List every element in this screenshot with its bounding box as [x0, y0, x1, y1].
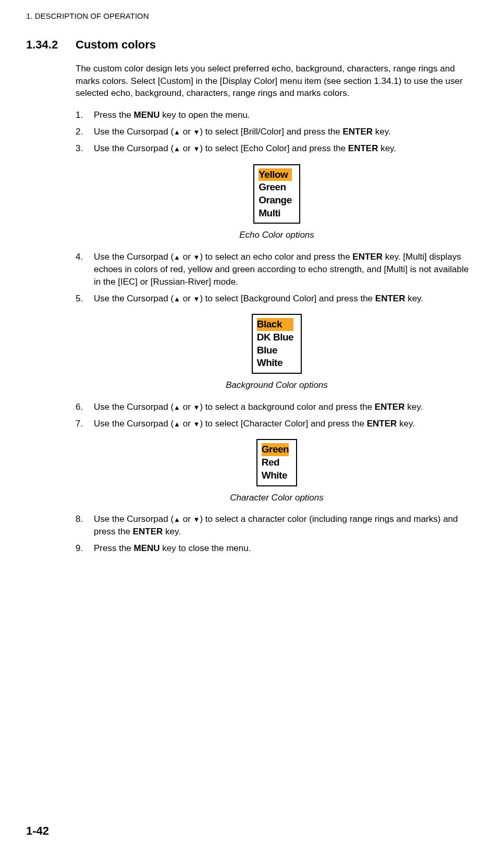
text-frag: key.: [163, 527, 181, 536]
text-frag: Use the Cursorpad (: [94, 252, 174, 262]
arrow-down-icon: [193, 419, 200, 429]
step-text: Press the MENU key to open the menu.: [94, 109, 478, 121]
option-red: Red: [262, 456, 289, 469]
step-2: 2. Use the Cursorpad ( or ) to select [B…: [76, 126, 478, 138]
step-text: Use the Cursorpad ( or ) to select [Back…: [94, 292, 478, 305]
option-box: Black DK Blue Blue White: [252, 314, 302, 374]
option-black: Black: [257, 318, 293, 331]
step-num: 8.: [76, 513, 94, 538]
step-9: 9. Press the MENU key to close the menu.: [76, 542, 478, 555]
step-num: 3.: [76, 142, 94, 155]
step-text: Use the Cursorpad ( or ) to select a bac…: [94, 401, 478, 413]
key-name: ENTER: [375, 294, 405, 303]
text-frag: key.: [404, 402, 423, 412]
page-header: 1. DESCRIPTION OF OPERATION: [26, 10, 478, 21]
text-frag: ) to select a background color and press…: [200, 402, 374, 412]
page-number: 1-42: [26, 823, 49, 839]
option-multi: Multi: [259, 207, 292, 220]
option-white: White: [257, 357, 293, 370]
arrow-up-icon: [174, 252, 180, 262]
step-text: Use the Cursorpad ( or ) to select [Bril…: [94, 126, 478, 138]
arrow-up-icon: [174, 294, 180, 303]
text-frag: ) to select an echo color and press the: [200, 252, 352, 262]
text-frag: or: [180, 143, 193, 153]
step-num: 6.: [76, 401, 94, 413]
text-frag: or: [180, 252, 193, 262]
text-frag: key.: [405, 294, 423, 303]
step-text: Use the Cursorpad ( or ) to select [Char…: [94, 418, 478, 430]
text-frag: Use the Cursorpad (: [94, 402, 174, 412]
text-frag: or: [180, 514, 193, 524]
option-white: White: [262, 469, 289, 482]
text-frag: or: [180, 419, 193, 429]
key-name: MENU: [134, 110, 160, 120]
step-8: 8. Use the Cursorpad ( or ) to select a …: [76, 513, 478, 538]
step-text: Use the Cursorpad ( or ) to select a cha…: [94, 513, 478, 538]
char-caption: Character Color options: [230, 492, 324, 504]
char-color-options: Green Red White Character Color options: [76, 439, 478, 504]
arrow-down-icon: [193, 143, 200, 153]
option-dkblue: DK Blue: [257, 331, 293, 344]
arrow-up-icon: [174, 514, 180, 524]
step-list: 1. Press the MENU key to open the menu. …: [76, 109, 478, 555]
step-4: 4. Use the Cursorpad ( or ) to select an…: [76, 251, 478, 288]
text-frag: Use the Cursorpad (: [94, 127, 174, 137]
option-box: Yellow Green Orange Multi: [253, 164, 300, 224]
text-frag: key to close the menu.: [160, 543, 251, 553]
key-name: ENTER: [367, 419, 397, 429]
step-text: Use the Cursorpad ( or ) to select [Echo…: [94, 142, 478, 155]
key-name: MENU: [134, 543, 160, 553]
section-number: 1.34.2: [26, 37, 76, 53]
step-num: 7.: [76, 418, 94, 430]
arrow-down-icon: [193, 514, 200, 524]
key-name: ENTER: [352, 252, 383, 262]
arrow-down-icon: [193, 127, 200, 137]
text-frag: key to open the menu.: [160, 110, 250, 120]
key-name: ENTER: [133, 527, 163, 536]
text-frag: ) to select [Echo Color] and press the: [200, 143, 348, 153]
echo-color-options: Yellow Green Orange Multi Echo Color opt…: [76, 164, 478, 242]
step-num: 9.: [76, 542, 94, 555]
option-box: Green Red White: [256, 439, 297, 486]
key-name: ENTER: [375, 402, 405, 412]
step-text: Use the Cursorpad ( or ) to select an ec…: [94, 251, 478, 288]
bg-color-options: Black DK Blue Blue White Background Colo…: [76, 314, 478, 392]
section-name: Custom colors: [76, 37, 156, 53]
text-frag: key.: [373, 127, 391, 137]
option-orange: Orange: [259, 194, 292, 207]
step-3: 3. Use the Cursorpad ( or ) to select [E…: [76, 142, 478, 155]
arrow-up-icon: [174, 402, 180, 412]
text-frag: or: [180, 402, 193, 412]
text-frag: key.: [378, 143, 396, 153]
bg-caption: Background Color options: [226, 379, 328, 392]
step-num: 5.: [76, 292, 94, 305]
text-frag: key.: [397, 419, 415, 429]
text-frag: or: [180, 127, 193, 137]
step-text: Press the MENU key to close the menu.: [94, 542, 478, 555]
text-frag: Use the Cursorpad (: [94, 514, 174, 524]
text-frag: Use the Cursorpad (: [94, 294, 174, 303]
arrow-up-icon: [174, 127, 180, 137]
option-blue: Blue: [257, 344, 293, 357]
step-num: 2.: [76, 126, 94, 138]
step-6: 6. Use the Cursorpad ( or ) to select a …: [76, 401, 478, 413]
step-5: 5. Use the Cursorpad ( or ) to select [B…: [76, 292, 478, 305]
option-yellow: Yellow: [259, 168, 292, 181]
key-name: ENTER: [342, 127, 373, 137]
text-frag: ) to select [Character Color] and press …: [200, 419, 366, 429]
arrow-up-icon: [174, 419, 180, 429]
key-name: ENTER: [348, 143, 378, 153]
text-frag: Press the: [94, 543, 134, 553]
arrow-down-icon: [193, 252, 200, 262]
echo-caption: Echo Color options: [239, 229, 314, 241]
step-num: 1.: [76, 109, 94, 121]
intro-paragraph: The custom color design lets you select …: [76, 63, 478, 100]
step-7: 7. Use the Cursorpad ( or ) to select [C…: [76, 418, 478, 430]
text-frag: or: [180, 294, 193, 303]
text-frag: Press the: [94, 110, 134, 120]
text-frag: ) to select [Background Color] and press…: [200, 294, 375, 303]
option-green: Green: [262, 443, 289, 456]
arrow-up-icon: [174, 143, 180, 153]
text-frag: Use the Cursorpad (: [94, 143, 174, 153]
arrow-down-icon: [193, 294, 200, 303]
